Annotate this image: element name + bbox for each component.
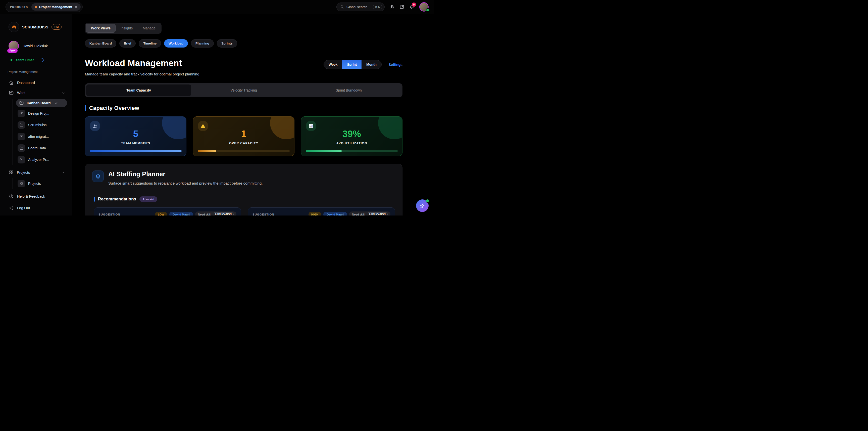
suggestion-label: SUGGESTION xyxy=(98,213,120,216)
search-placeholder: Global search xyxy=(346,5,367,9)
ai-assistant-fab[interactable] xyxy=(416,199,429,212)
recommendations-title: Recommendations xyxy=(98,197,136,202)
planner-subtitle: Surface smart suggestions to rebalance w… xyxy=(108,181,262,185)
sidebar-item-work[interactable]: Work xyxy=(7,88,67,98)
pill-timeline[interactable]: Timeline xyxy=(139,39,161,48)
online-status-dot xyxy=(426,8,429,12)
share-feedback-icon[interactable] xyxy=(400,5,404,9)
sidebar-item-design-project[interactable]: Design Proj... xyxy=(17,108,67,119)
pill-planning[interactable]: Planning xyxy=(191,39,214,48)
grid-icon xyxy=(9,170,13,174)
notifications-bell[interactable]: 0 xyxy=(409,4,414,9)
folder-icon xyxy=(18,121,25,129)
skill-chip: APPLICATION xyxy=(213,212,234,216)
work-subtree: Kanban Board Design Proj... Scrumbuiss xyxy=(12,99,67,165)
sidebar-item-label: Work xyxy=(17,91,26,95)
assignee-pill[interactable]: Dawid Mauri xyxy=(323,212,347,216)
page-title: Workload Management xyxy=(85,58,199,68)
over-capacity-value: 1 xyxy=(198,129,290,139)
sidebar-item-after-migration[interactable]: after migrat... xyxy=(17,131,67,142)
tab-velocity-tracking[interactable]: Velocity Tracking xyxy=(191,85,296,96)
page-header: Workload Management Manage team capacity… xyxy=(85,58,402,76)
sidebar-item-projects[interactable]: Projects xyxy=(17,178,67,189)
skill-need-label: Need skill: xyxy=(352,213,365,216)
settings-link[interactable]: Settings xyxy=(389,63,402,67)
folder-icon xyxy=(18,144,25,152)
suggestion-tags: HIGH Dawid Mauri Need skill: APPLICATION xyxy=(309,211,391,216)
capacity-cards: 5 TEAM MEMBERS 1 OVER CAPACITY xyxy=(85,116,402,156)
chevron-updown-icon xyxy=(74,5,78,9)
assignee-pill[interactable]: Dawid Mauri xyxy=(169,212,193,216)
sidebar-item-label: Kanban Board xyxy=(27,101,51,105)
ai-staffing-planner-card: AI Staffing Planner Surface smart sugges… xyxy=(85,164,402,216)
help-feedback-label: Help & Feedback xyxy=(17,194,45,198)
chevron-down-icon[interactable] xyxy=(62,91,65,94)
header-controls: Week Sprint Month Settings xyxy=(323,60,402,69)
pill-kanban-board[interactable]: Kanban Board xyxy=(85,39,116,48)
sidebar: SCRUMBUISS PM Pro+ Dawid Oleksiuk Start … xyxy=(0,14,72,216)
topbar: PRODUCTS Project Management Global searc… xyxy=(0,0,434,14)
range-option-sprint[interactable]: Sprint xyxy=(342,60,362,69)
skill-pill: Need skill: APPLICATION xyxy=(195,211,237,216)
sidebar-item-dashboard[interactable]: Dashboard xyxy=(7,78,67,88)
avg-utilization-progress-track xyxy=(306,150,398,152)
sidebar-item-projects-group[interactable]: Projects xyxy=(7,168,67,177)
tab-team-capacity[interactable]: Team Capacity xyxy=(86,85,191,96)
avg-utilization-progress-fill xyxy=(306,150,342,152)
sidebar-item-kanban-board[interactable]: Kanban Board xyxy=(16,99,67,107)
chevron-down-icon[interactable] xyxy=(62,171,65,174)
pm-badge: PM xyxy=(52,24,62,30)
sidebar-item-analyzer[interactable]: Analyzer Pr... xyxy=(17,154,67,165)
view-mode-tabs: Work Views Insights Manage xyxy=(85,23,161,34)
sidebar-item-label: Scrumbuiss xyxy=(28,123,46,127)
suggestion-card[interactable]: SUGGESTION HIGH Dawid Mauri Need skill: … xyxy=(248,207,395,216)
tab-sprint-burndown[interactable]: Sprint Burndown xyxy=(296,85,401,96)
plan-badge: Pro+ xyxy=(7,49,18,53)
avg-utilization-card: 39% AVG UTILIZATION xyxy=(301,116,402,156)
capacity-overview-title: Capacity Overview xyxy=(89,105,139,111)
brand-logo-icon xyxy=(8,22,19,32)
global-search-input[interactable]: Global search ⌘ K xyxy=(336,2,384,11)
recommendations-heading-row: Recommendations AI assist xyxy=(92,196,395,202)
product-color-dot xyxy=(35,6,37,8)
sidebar-item-board-data[interactable]: Board Data ... xyxy=(17,143,67,153)
pill-workload[interactable]: Workload xyxy=(164,39,188,48)
cpu-chip-icon xyxy=(92,171,104,182)
team-members-label: TEAM MEMBERS xyxy=(90,142,182,145)
sidebar-item-label: Dashboard xyxy=(17,81,35,85)
over-capacity-card: 1 OVER CAPACITY xyxy=(193,116,294,156)
over-capacity-progress-fill xyxy=(198,150,216,152)
tab-work-views[interactable]: Work Views xyxy=(86,24,116,33)
team-members-progress-track xyxy=(90,150,182,152)
range-option-week[interactable]: Week xyxy=(324,60,342,69)
accent-bar xyxy=(85,105,86,111)
skill-chip: APPLICATION xyxy=(367,212,388,216)
tab-insights[interactable]: Insights xyxy=(116,24,138,33)
product-selector-dropdown[interactable]: Project Management xyxy=(31,3,81,10)
sidebar-section-label: Project Management xyxy=(7,70,67,74)
folder-icon xyxy=(18,133,25,140)
team-members-progress-fill xyxy=(90,150,182,152)
accent-bar xyxy=(94,197,95,202)
help-feedback-button[interactable]: Help & Feedback xyxy=(7,191,67,201)
user-profile[interactable]: Pro+ Dawid Oleksiuk xyxy=(7,41,67,51)
logout-icon xyxy=(9,206,13,210)
products-group: PRODUCTS Project Management xyxy=(5,2,83,12)
range-option-month[interactable]: Month xyxy=(362,60,381,69)
capacity-section-tabs: Team Capacity Velocity Tracking Sprint B… xyxy=(85,83,402,97)
user-avatar[interactable] xyxy=(419,2,429,11)
pill-sprints[interactable]: Sprints xyxy=(217,39,237,48)
logout-label: Log Out xyxy=(17,206,30,210)
bug-report-icon[interactable] xyxy=(390,5,395,9)
sidebar-item-scrumbuiss[interactable]: Scrumbuiss xyxy=(17,120,67,130)
logout-button[interactable]: Log Out xyxy=(7,203,67,213)
start-timer-button[interactable]: Start Timer xyxy=(7,58,67,62)
pill-brief[interactable]: Brief xyxy=(119,39,136,48)
topbar-actions: Global search ⌘ K 0 xyxy=(336,2,429,11)
tab-manage[interactable]: Manage xyxy=(138,24,160,33)
suggestion-card[interactable]: SUGGESTION LOW Dawid Mauri Need skill: A… xyxy=(94,207,241,216)
over-capacity-label: OVER CAPACITY xyxy=(198,142,290,145)
sidebar-item-label: Projects xyxy=(17,171,30,174)
sync-icon[interactable] xyxy=(40,58,44,62)
sidebar-footer: Help & Feedback Log Out xyxy=(7,191,67,213)
